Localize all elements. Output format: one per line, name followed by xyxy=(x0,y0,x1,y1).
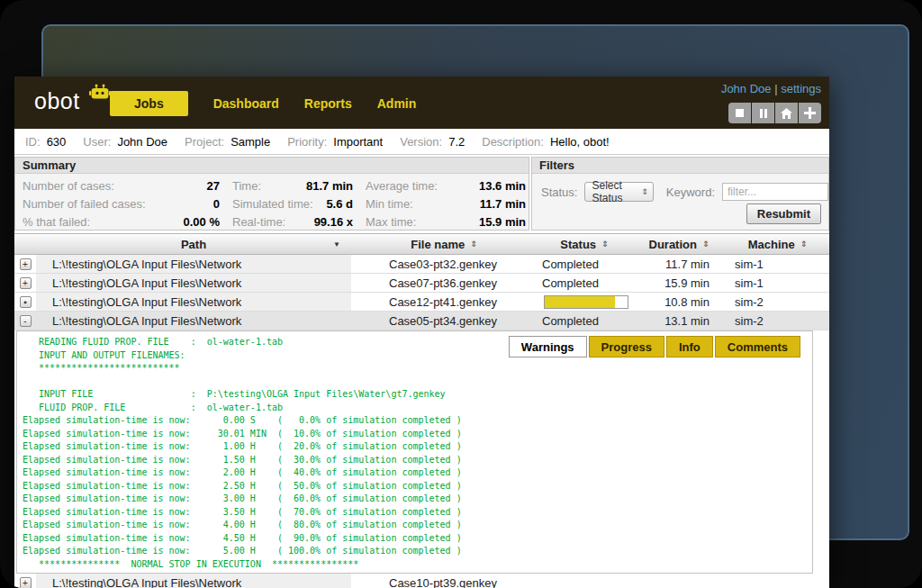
cell-path: L:\!testing\OLGA Input Files\Network xyxy=(36,312,351,330)
cell-status: Completed xyxy=(537,314,632,328)
stat-value: 0 xyxy=(213,197,220,211)
tab-progress[interactable]: Progress xyxy=(589,336,664,357)
log-line: Elapsed simulation-time is now: 1.00 H (… xyxy=(23,440,812,454)
log-line: Elapsed simulation-time is now: 3.50 H (… xyxy=(23,506,812,520)
cell-status: Completed xyxy=(537,276,632,290)
log-line: *************** NORMAL STOP IN EXECUTION… xyxy=(23,558,812,572)
log-line: Elapsed simulation-time is now: 0.00 S (… xyxy=(23,414,812,428)
expand-row-button[interactable]: + xyxy=(20,277,32,289)
log-line: INPUT FILE : P:\testing\OLGA Input Files… xyxy=(23,388,812,402)
col-header-label: Status xyxy=(560,238,596,251)
job-control-buttons xyxy=(728,103,821,123)
tab-comments[interactable]: Comments xyxy=(715,336,800,357)
job-info-bar: ID:630 User:John Doe Project:Sample Prio… xyxy=(14,129,829,155)
detail-tabs: Warnings Progress Info Comments xyxy=(509,336,800,357)
filters-panel: Filters Status: Select Status ⇕ Keyword:… xyxy=(531,157,829,231)
main-nav: Jobs Dashboard Reports Admin xyxy=(110,91,416,116)
expand-row-button[interactable]: + xyxy=(20,577,32,588)
col-header-path[interactable]: Path ▼ xyxy=(36,234,351,254)
stop-button[interactable] xyxy=(728,103,751,123)
job-info-label: ID: xyxy=(25,135,41,149)
app-logo: obot xyxy=(34,88,80,114)
status-label: Status: xyxy=(541,185,577,199)
filters-title: Filters xyxy=(532,158,828,174)
sort-icon: ⇕ xyxy=(800,240,808,249)
job-info-item: User:John Doe xyxy=(83,135,167,149)
screen: obot Jobs Dashboard Reports Admin John D… xyxy=(0,0,922,588)
cell-duration: 11.7 min xyxy=(632,258,726,271)
pause-button[interactable] xyxy=(752,103,774,123)
col-header-label: Path xyxy=(181,238,206,251)
stat-pair: Min time:11.7 min xyxy=(366,197,526,211)
tab-warnings[interactable]: Warnings xyxy=(509,336,587,357)
sort-desc-icon[interactable]: ▼ xyxy=(333,240,340,249)
stat-value: 13.6 min xyxy=(479,179,526,193)
log-line: Elapsed simulation-time is now: 4.00 H (… xyxy=(23,519,812,532)
user-link[interactable]: John Doe xyxy=(721,82,772,95)
results-table: Path ▼ File name ⇕ Status ⇕ Duration ⇕ M… xyxy=(14,233,829,588)
cell-file: Case05-pt34.genkey xyxy=(351,314,537,328)
stat-value: 0.00 % xyxy=(184,215,220,229)
cell-file: Case12-pt41.genkey xyxy=(351,295,537,309)
panels-row: Summary Number of cases:27 Time:81.7 min… xyxy=(14,155,829,232)
col-header-status[interactable]: Status ⇕ xyxy=(537,234,632,254)
table-row[interactable]: + L:\!testing\OLGA Input Files\Network C… xyxy=(14,274,829,293)
log-line xyxy=(23,375,812,389)
col-header-file[interactable]: File name ⇕ xyxy=(351,234,537,254)
resubmit-button[interactable]: Resubmit xyxy=(746,204,821,224)
settings-link[interactable]: settings xyxy=(781,82,821,95)
keyword-input[interactable] xyxy=(722,183,828,201)
job-info-label: Description: xyxy=(482,135,544,149)
expand-row-button[interactable]: ▪ xyxy=(20,296,32,308)
cell-duration: 13.1 min xyxy=(632,314,726,328)
stat-pair: Number of cases:27 xyxy=(23,179,220,193)
nav-admin[interactable]: Admin xyxy=(377,96,417,111)
job-info-label: Priority: xyxy=(287,135,327,149)
expand-row-button[interactable]: + xyxy=(20,258,32,270)
stop-icon xyxy=(736,109,744,117)
summary-panel: Summary Number of cases:27 Time:81.7 min… xyxy=(14,157,529,231)
col-header-label: Duration xyxy=(649,238,697,251)
nav-jobs[interactable]: Jobs xyxy=(110,91,188,116)
tab-info[interactable]: Info xyxy=(666,336,713,357)
table-row[interactable]: + L:\!testing\OLGA Input Files\Network C… xyxy=(14,574,829,588)
log-line: Elapsed simulation-time is now: 5.00 H (… xyxy=(23,545,812,558)
stat-pair: % that failed:0.00 % xyxy=(23,215,220,229)
stat-pair: Time:81.7 min xyxy=(232,179,353,193)
nav-reports[interactable]: Reports xyxy=(304,96,352,111)
col-header-machine[interactable]: Machine ⇕ xyxy=(726,234,829,254)
job-info-value: 630 xyxy=(47,135,67,149)
cell-file: Case10-pt39.genkey xyxy=(351,576,537,588)
col-header-label: File name xyxy=(411,238,465,251)
col-header-duration[interactable]: Duration ⇕ xyxy=(632,234,726,254)
cell-duration: 15.9 min xyxy=(632,276,726,290)
table-row[interactable]: ▪ L:\!testing\OLGA Input Files\Network C… xyxy=(14,293,829,312)
home-button[interactable] xyxy=(775,103,798,123)
status-select[interactable]: Select Status ⇕ xyxy=(584,182,653,202)
stat-value: 5.6 d xyxy=(326,197,353,211)
progress-fill xyxy=(545,296,615,308)
log-line: Elapsed simulation-time is now: 2.50 H (… xyxy=(23,480,812,493)
add-button[interactable] xyxy=(799,103,821,123)
log-line: ************************** xyxy=(23,362,812,375)
table-row[interactable]: + L:\!testing\OLGA Input Files\Network C… xyxy=(14,255,829,274)
job-info-value: Sample xyxy=(230,135,270,149)
cell-status xyxy=(537,295,632,309)
nav-dashboard[interactable]: Dashboard xyxy=(213,96,279,111)
stat-label: Number of cases: xyxy=(23,179,114,193)
log-line: Elapsed simulation-time is now: 1.50 H (… xyxy=(23,454,812,467)
cell-file: Case07-pt36.genkey xyxy=(351,276,537,290)
log-output: READING FLUID PROP. FILE : ol-water-1.ta… xyxy=(17,331,812,571)
stat-label: % that failed: xyxy=(23,215,90,229)
collapse-row-button[interactable]: - xyxy=(20,315,32,327)
stat-label: Number of failed cases: xyxy=(23,197,146,211)
plus-icon xyxy=(804,107,816,119)
pause-icon xyxy=(760,109,767,118)
cell-status: Completed xyxy=(537,258,632,271)
cell-machine: sim-1 xyxy=(726,276,829,290)
stat-value: 99.16 x xyxy=(314,215,353,229)
job-info-item: ID:630 xyxy=(25,135,66,149)
user-bar: John Doe | settings xyxy=(721,82,821,95)
stat-value: 81.7 min xyxy=(306,179,353,193)
table-row[interactable]: - L:\!testing\OLGA Input Files\Network C… xyxy=(14,312,829,330)
